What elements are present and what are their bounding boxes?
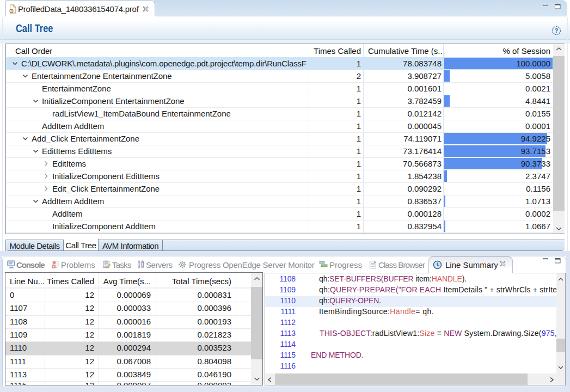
- svg-text:?: ?: [554, 27, 558, 34]
